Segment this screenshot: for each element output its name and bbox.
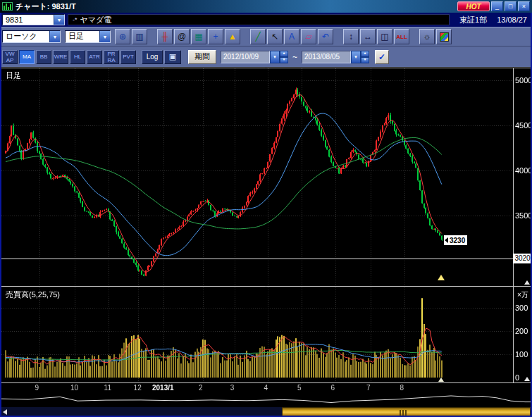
- timeframe-value: 日足: [66, 31, 99, 42]
- month-axis-tick: 5: [297, 384, 302, 392]
- ticker-value: 9831: [3, 15, 54, 25]
- pointer-icon[interactable]: ↖: [267, 29, 283, 44]
- scroll-left-icon[interactable]: [3, 409, 7, 415]
- volume-axis-tick: 100: [515, 350, 528, 359]
- chart-type-combo[interactable]: ローソク ▼: [2, 30, 61, 43]
- period-button[interactable]: 期間: [188, 50, 216, 64]
- indicator-bar: VW APMABBWREHLATRPR RAPVT Log ▣ 期間 2012/…: [0, 46, 532, 67]
- log-button[interactable]: Log: [142, 50, 163, 64]
- atr-button[interactable]: ATR: [87, 50, 102, 64]
- hl-button[interactable]: HL: [70, 50, 85, 64]
- panes-icon[interactable]: ◫: [377, 29, 392, 44]
- quote-date: 13/08/27: [497, 15, 527, 24]
- date-to-value: 2013/08/05: [302, 51, 351, 63]
- chart-area: 日足 売買高(5,25,75) ×万 3230 3020 50004500400…: [0, 67, 532, 417]
- month-axis-tick: 12: [134, 384, 142, 392]
- hot-button[interactable]: HOT: [457, 1, 490, 11]
- volume-label: 売買高(5,25,75): [6, 290, 60, 300]
- fit-vertical-icon[interactable]: ↕: [343, 29, 359, 44]
- range-tilde: ~: [292, 52, 297, 62]
- marker-arrow-icon: [445, 237, 448, 243]
- chevron-down-icon[interactable]: ▼: [49, 31, 60, 42]
- month-axis-tick: 3: [230, 384, 235, 392]
- all-button[interactable]: ALL: [394, 29, 409, 44]
- news-icon[interactable]: @: [174, 29, 190, 44]
- toolbar: ローソク ▼ 日足 ▼ ⊕▥╫@▦+▲╱↖A▱↶↕↔◫ALL☼: [0, 27, 532, 46]
- hline-value-label: 3020: [513, 254, 532, 263]
- month-axis-tick: 6: [331, 384, 335, 392]
- axis-scroll-up-icon[interactable]: [524, 377, 530, 381]
- close-button[interactable]: ×: [518, 1, 530, 11]
- undo-icon[interactable]: ↶: [318, 29, 333, 44]
- ticker-combo[interactable]: 9831 ▼: [2, 14, 65, 25]
- last-price-marker: 3230: [444, 235, 467, 245]
- window-title: チャート: 9831/T: [16, 1, 76, 12]
- palette-swatch-icon: [440, 32, 449, 42]
- month-axis-tick: 2: [199, 384, 203, 392]
- last-price-value: 3230: [450, 237, 465, 244]
- panel-label: 日足: [6, 70, 21, 81]
- volume-unit-label: ×万: [517, 290, 528, 300]
- chevron-down-icon[interactable]: ▼: [270, 51, 280, 63]
- price-axis-tick: 5000: [515, 76, 532, 85]
- date-from-value: 2012/10/09: [221, 51, 270, 63]
- name-prefix: -*: [73, 16, 78, 23]
- market-label: 東証1部: [459, 15, 487, 25]
- snapshot-icon[interactable]: ▣: [164, 50, 181, 64]
- month-axis-tick: 4: [264, 384, 268, 392]
- date-from-spinner[interactable]: ▲▼: [280, 51, 288, 63]
- app-icon: [2, 2, 13, 11]
- eraser-icon[interactable]: ▱: [301, 29, 316, 44]
- chart-window: チャート: 9831/T HOT _ □ × 9831 ▼ -* ヤマダ電 東証…: [0, 0, 532, 417]
- volume-axis-tick: 0: [515, 373, 519, 382]
- bb-button[interactable]: BB: [36, 50, 51, 64]
- date-to-field[interactable]: 2013/08/05 ▼ ▲▼: [302, 51, 369, 63]
- current-bar-marker-icon: [438, 275, 445, 280]
- ma-button[interactable]: MA: [19, 50, 35, 64]
- chevron-down-icon[interactable]: ▼: [54, 15, 64, 25]
- volume-axis-tick: 200: [515, 327, 528, 335]
- settings-icon[interactable]: ☼: [419, 29, 435, 44]
- month-axis-tick: 9: [35, 384, 39, 392]
- draw-line-icon[interactable]: ╱: [250, 29, 266, 44]
- minimize-button[interactable]: _: [491, 1, 503, 11]
- month-axis-tick: 7: [366, 384, 371, 392]
- month-axis-tick: 10: [70, 384, 78, 392]
- timeframe-combo[interactable]: 日足 ▼: [65, 30, 111, 43]
- restore-button[interactable]: □: [505, 1, 516, 11]
- chevron-down-icon[interactable]: ▼: [351, 51, 361, 63]
- pra-button[interactable]: PR RA: [104, 50, 119, 64]
- price-axis-tick: 3500: [515, 211, 532, 220]
- zoom-icon[interactable]: ⊕: [115, 29, 130, 44]
- apply-checkbox[interactable]: ✓: [375, 50, 389, 64]
- date-to-spinner[interactable]: ▲▼: [361, 51, 369, 63]
- palette-icon[interactable]: [436, 29, 452, 44]
- quote-bar: 9831 ▼ -* ヤマダ電 東証1部 13/08/27: [0, 13, 532, 27]
- add-chart-icon[interactable]: +: [208, 29, 223, 44]
- compare-icon[interactable]: ╫: [157, 29, 173, 44]
- stock-name-strip: -* ヤマダ電: [68, 14, 450, 25]
- month-axis-tick: 11: [104, 384, 111, 392]
- titlebar: チャート: 9831/T HOT _ □ ×: [0, 0, 532, 13]
- fit-horizontal-icon[interactable]: ↔: [360, 29, 376, 44]
- vwap-button[interactable]: VW AP: [2, 50, 18, 64]
- month-axis-tick: 2013/1: [152, 384, 174, 392]
- alert-icon[interactable]: ▲: [225, 29, 240, 44]
- grid-icon[interactable]: ▦: [191, 29, 206, 44]
- pvt-button[interactable]: PVT: [120, 50, 136, 64]
- stock-name: ヤマダ電: [80, 15, 112, 25]
- price-axis-tick: 4500: [515, 121, 532, 130]
- volume-axis-tick: 300: [515, 304, 528, 312]
- date-from-field[interactable]: 2012/10/09 ▼ ▲▼: [221, 51, 288, 63]
- axis-scroll-up-icon[interactable]: [524, 280, 530, 285]
- chevron-down-icon[interactable]: ▼: [99, 31, 110, 42]
- scrollbar-grip-icon[interactable]: [400, 410, 407, 416]
- chart-type-value: ローソク: [3, 31, 49, 42]
- price-axis-tick: 4000: [515, 166, 532, 175]
- log-scale-icon[interactable]: ▥: [132, 29, 147, 44]
- month-axis-tick: 8: [400, 384, 404, 392]
- wre-button[interactable]: WRE: [53, 50, 68, 64]
- text-tool-icon[interactable]: A: [284, 29, 299, 44]
- window-frame: [0, 13, 1, 417]
- current-bar-marker-icon: [438, 378, 444, 382]
